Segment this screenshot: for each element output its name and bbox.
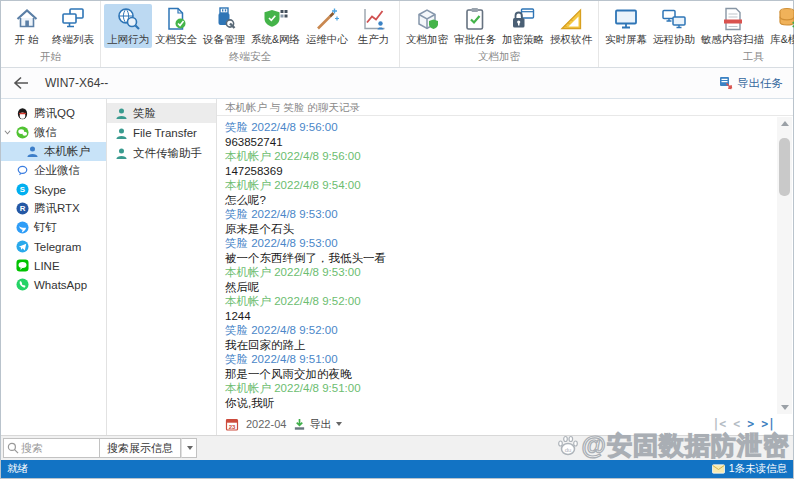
message-text: 我在回家的路上: [225, 338, 771, 353]
ribbon-item-productivity[interactable]: 生产力: [351, 4, 396, 48]
ribbon-label: 库&模板: [770, 33, 794, 47]
svg-text:R: R: [20, 204, 26, 213]
ribbon-item-doc-security[interactable]: 文档安全: [152, 4, 200, 48]
sidebar-item-whatsapp[interactable]: WhatsApp: [1, 275, 106, 294]
ribbon-item-remote-assist[interactable]: 远程协助: [650, 4, 698, 48]
ribbon-group-doc-encrypt: 文档加密 审批任务 加密策略 授权软件 文档加密: [400, 1, 599, 67]
sidebar-item-wecom[interactable]: 企业微信: [1, 161, 106, 180]
sidebar-item-rtx[interactable]: R 腾讯RTX: [1, 199, 106, 218]
message-sender-time: 笑脸 2022/4/8 9:53:00: [225, 207, 771, 222]
pagination: |< < > >|: [712, 417, 775, 431]
sidebar-item-skype[interactable]: S Skype: [1, 180, 106, 199]
export-button[interactable]: 导出: [293, 417, 342, 432]
message-text: 147258369: [225, 164, 771, 179]
ribbon-label: 终端列表: [52, 33, 94, 47]
page-last-button[interactable]: >|: [761, 417, 775, 431]
sidebar-item-label: WhatsApp: [34, 279, 87, 291]
ribbon-item-approval-task[interactable]: 审批任务: [451, 4, 499, 48]
svg-text:du: du: [564, 446, 571, 452]
ribbon-label: 生产力: [358, 33, 390, 47]
ribbon-item-sensitive-scan[interactable]: 敏感内容扫描: [698, 4, 767, 48]
ribbon-item-realtime-screen[interactable]: 实时屏幕: [602, 4, 650, 48]
ribbon-group-start: 开 始 终端列表 开始: [1, 1, 101, 67]
ribbon-group-tools: 实时屏幕 远程协助 敏感内容扫描 库&模板 报表中心: [599, 1, 794, 67]
contact-item-file-transfer[interactable]: File Transfer: [107, 123, 216, 143]
search-filter-dropdown[interactable]: [181, 438, 197, 458]
export-task-button[interactable]: 导出任务: [719, 76, 783, 91]
chat-message: 本机帐户 2022/4/8 9:51:00 你说,我听: [225, 381, 771, 410]
ribbon-item-lib-template[interactable]: 库&模板: [767, 4, 794, 48]
ribbon-label: 系统&网络: [251, 33, 300, 47]
ribbon-item-web-behavior[interactable]: 上网行为: [104, 4, 152, 48]
chat-scrollbar[interactable]: [777, 117, 792, 414]
page-next-button[interactable]: >: [747, 417, 754, 431]
terminal-list-icon: [60, 6, 86, 32]
line-icon: [16, 259, 29, 272]
ribbon-group-label: 终端安全: [104, 49, 396, 67]
chat-message: 笑脸 2022/4/8 9:53:00 被一个东西绊倒了，我低头一看: [225, 236, 771, 265]
chat-messages: 笑脸 2022/4/8 9:56:00 963852741 本机帐户 2022/…: [217, 116, 793, 415]
sidebar-item-telegram[interactable]: Telegram: [1, 237, 106, 256]
message-text: 1244: [225, 309, 771, 324]
sidebar-item-label: LINE: [34, 260, 60, 272]
sensitive-scan-icon: [720, 6, 746, 32]
search-box[interactable]: [3, 438, 100, 458]
ribbon-item-encrypt-policy[interactable]: 加密策略: [499, 4, 547, 48]
sidebar-item-line[interactable]: LINE: [1, 256, 106, 275]
ribbon-label: 加密策略: [502, 33, 544, 47]
contact-label: 笑脸: [133, 106, 156, 121]
export-task-label: 导出任务: [737, 76, 783, 91]
contact-label: File Transfer: [133, 127, 197, 139]
sidebar-item-label: 企业微信: [34, 163, 80, 178]
page-prev-button[interactable]: <: [733, 417, 740, 431]
message-text: 被一个东西绊倒了，我低头一看: [225, 251, 771, 266]
rtx-icon: R: [16, 202, 29, 215]
message-sender-time: 笑脸 2022/4/8 9:51:00: [225, 352, 771, 367]
back-button[interactable]: [11, 73, 31, 93]
status-unread-label: 1条未读信息: [729, 462, 787, 476]
sidebar-item-local-account[interactable]: 本机帐户: [1, 142, 106, 161]
scroll-up-arrow-icon[interactable]: [781, 121, 789, 126]
scrollbar-thumb[interactable]: [779, 138, 790, 196]
ribbon-item-sys-network[interactable]: 系统&网络: [248, 4, 303, 48]
sidebar-item-label: 微信: [34, 125, 57, 140]
ribbon-item-doc-encrypt[interactable]: 文档加密: [403, 4, 451, 48]
scroll-down-arrow-icon[interactable]: [781, 405, 789, 410]
approval-task-icon: [462, 6, 488, 32]
dropdown-caret-icon: [187, 446, 193, 450]
ribbon-item-terminal-list[interactable]: 终端列表: [49, 4, 97, 48]
status-unread[interactable]: 1条未读信息: [712, 462, 787, 476]
contact-item-file-helper[interactable]: 文件传输助手: [107, 143, 216, 163]
date-filter[interactable]: 2022-04: [246, 418, 286, 430]
chat-message: 笑脸 2022/4/8 9:56:00 963852741: [225, 120, 771, 149]
ribbon-label: 上网行为: [107, 33, 149, 47]
device-mgmt-icon: [211, 6, 237, 32]
ribbon-item-start[interactable]: 开 始: [4, 4, 49, 48]
svg-text:S: S: [20, 185, 25, 194]
person-icon: [115, 147, 128, 160]
chat-footer: 23 2022-04 导出 |< < > >|: [217, 415, 793, 435]
ribbon-item-ops-center[interactable]: 运维中心: [303, 4, 351, 48]
message-sender-time: 笑脸 2022/4/8 9:52:00: [225, 323, 771, 338]
search-input[interactable]: [21, 442, 93, 454]
realtime-screen-icon: [613, 6, 639, 32]
page-first-button[interactable]: |<: [712, 417, 726, 431]
chat-message: 笑脸 2022/4/8 9:53:00 原来是个石头: [225, 207, 771, 236]
calendar-icon[interactable]: 23: [225, 417, 239, 431]
search-filter-button[interactable]: 搜索展示信息: [100, 438, 181, 458]
ribbon-group-label: 开始: [4, 49, 97, 67]
sidebar-item-label: 腾讯QQ: [34, 106, 75, 121]
ribbon-group-label: 工具: [602, 49, 794, 67]
download-icon: [293, 418, 306, 431]
chat-message: 本机帐户 2022/4/8 9:56:00 147258369: [225, 149, 771, 178]
contact-item-smiley[interactable]: 笑脸: [107, 103, 216, 123]
chat-header: 本机帐户 与 笑脸 的聊天记录: [217, 99, 793, 116]
sidebar-item-dingtalk[interactable]: 钉钉: [1, 218, 106, 237]
encrypt-policy-icon: [510, 6, 536, 32]
authorized-software-icon: [558, 6, 584, 32]
message-sender-time: 本机帐户 2022/4/8 9:52:00: [225, 294, 771, 309]
sidebar-item-qq[interactable]: 腾讯QQ: [1, 104, 106, 123]
ribbon-item-authorized-sw[interactable]: 授权软件: [547, 4, 595, 48]
ribbon-item-device-mgmt[interactable]: 设备管理: [200, 4, 248, 48]
sidebar-item-wechat[interactable]: 微信: [1, 123, 106, 142]
